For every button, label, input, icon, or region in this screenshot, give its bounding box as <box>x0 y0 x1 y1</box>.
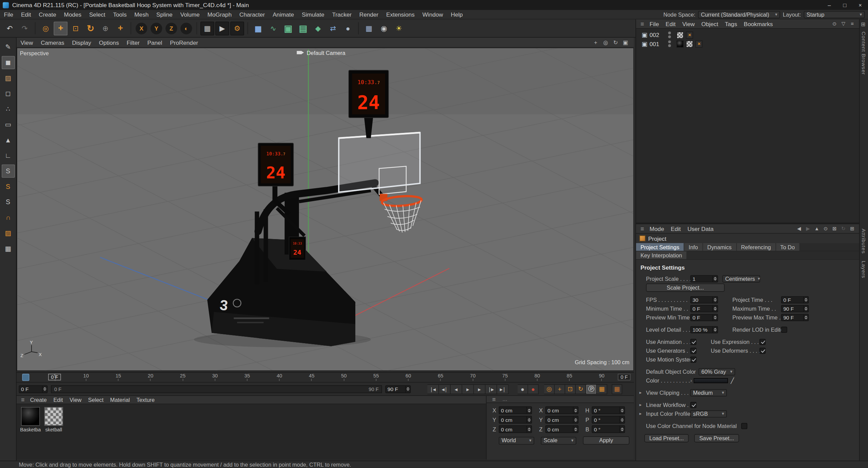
next-key-button[interactable]: |▶ <box>486 384 497 394</box>
preview-max-time-field[interactable]: 90 F <box>781 314 809 321</box>
mograph-cloner-button[interactable]: ◆ <box>311 21 325 35</box>
render-settings-button[interactable]: ⚙ <box>230 21 244 35</box>
material-menu-view[interactable]: View <box>66 396 85 404</box>
viewport-menu-panel[interactable]: Panel <box>143 38 166 47</box>
input-color-profile-dropdown[interactable]: sRGB▾ <box>690 410 727 417</box>
simulate-button[interactable]: ● <box>341 21 355 35</box>
object-menu-edit[interactable]: Edit <box>662 19 679 28</box>
hamburger-icon[interactable]: ≡ <box>638 225 646 232</box>
preview-min-time-field[interactable]: 0 F <box>690 314 718 321</box>
cube-primitive-button[interactable]: ◼ <box>251 21 265 35</box>
layout-dropdown[interactable]: Startup▾ <box>804 11 865 18</box>
prev-key-button[interactable]: ◀| <box>439 384 451 394</box>
menu-modes[interactable]: Modes <box>60 10 85 19</box>
subdivision-surface-button[interactable]: ▣ <box>281 21 295 35</box>
material-menu-material[interactable]: Material <box>107 396 133 404</box>
viewport-menu-display[interactable]: Display <box>68 38 95 47</box>
tab-referencing[interactable]: Referencing <box>736 243 776 251</box>
rotate-view-icon[interactable]: ↻ <box>612 38 619 46</box>
up-icon[interactable]: ▲ <box>813 225 820 232</box>
current-frame-field[interactable]: 0 F <box>618 374 631 381</box>
texture-tag-icon[interactable] <box>677 31 684 38</box>
use-animation-checkbox[interactable] <box>690 338 696 345</box>
spinner-arrows[interactable] <box>405 386 410 392</box>
size-field[interactable]: 0 cm <box>545 416 578 424</box>
material-item[interactable]: Basketba <box>20 407 41 460</box>
use-deformers-checkbox[interactable] <box>760 347 766 353</box>
load-preset-button[interactable]: Load Preset... <box>644 434 689 442</box>
edges-mode-button[interactable]: ▭ <box>1 118 15 131</box>
position-field[interactable]: 0 cm <box>499 416 532 424</box>
visibility-dots[interactable] <box>668 32 671 38</box>
menu-extensions[interactable]: Extensions <box>382 10 419 19</box>
object-row[interactable]: ▣ 001 × <box>636 39 859 48</box>
redo-icon[interactable]: ↷ <box>18 21 32 35</box>
forward-icon[interactable]: ▶ <box>804 225 811 232</box>
dock-grid-icon[interactable]: ⊞ <box>861 21 866 27</box>
rotation-field[interactable]: 0 ° <box>592 425 625 433</box>
size-field[interactable]: 0 cm <box>545 425 578 433</box>
viewport-menu-view[interactable]: View <box>17 38 37 47</box>
scale-project-button[interactable]: Scale Project... <box>646 283 725 291</box>
expander-icon[interactable]: ▸ <box>639 390 646 395</box>
polygons-mode-button[interactable]: ▲ <box>1 133 15 147</box>
filter-icon[interactable]: ▽ <box>840 20 847 27</box>
key-point-level-toggle[interactable]: ▦ <box>597 384 607 394</box>
visibility-dots[interactable] <box>668 40 671 47</box>
scale-tool[interactable]: ⊡ <box>68 21 82 35</box>
menu-tracker[interactable]: Tracker <box>328 10 355 19</box>
camera-object-button[interactable]: ◉ <box>377 21 391 35</box>
maximum-time-field[interactable]: 90 F <box>781 305 809 312</box>
menu-file[interactable]: File <box>0 10 17 19</box>
move-tool[interactable]: + <box>54 21 67 35</box>
viewport-solo-off-button[interactable]: S <box>1 164 15 178</box>
lock-z-axis-button[interactable]: Z <box>165 22 177 34</box>
menu-mesh[interactable]: Mesh <box>131 10 153 19</box>
menu-simulate[interactable]: Simulate <box>298 10 329 19</box>
tab-info[interactable]: Info <box>684 243 703 251</box>
key-scale-toggle[interactable]: ⊡ <box>565 384 576 394</box>
menu-render[interactable]: Render <box>355 10 382 19</box>
position-field[interactable]: 0 cm <box>499 406 532 414</box>
lock-icon[interactable]: ⊠ <box>831 225 838 232</box>
fps-field[interactable]: 30 <box>690 296 718 303</box>
expander-icon[interactable]: ▸ <box>639 402 646 407</box>
attribute-menu-mode[interactable]: Mode <box>646 224 667 233</box>
key-position-toggle[interactable]: + <box>555 384 565 394</box>
render-lod-checkbox[interactable] <box>781 326 787 332</box>
maximize-button[interactable]: □ <box>837 0 853 10</box>
viewport-menu-options[interactable]: Options <box>95 38 123 47</box>
search-icon[interactable]: ⊙ <box>831 20 838 27</box>
history-icon[interactable]: ↻ <box>840 225 847 232</box>
floor-object-button[interactable]: ▦ <box>362 21 376 35</box>
hamburger-icon[interactable]: ≡ <box>490 396 498 403</box>
use-expression-checkbox[interactable] <box>760 338 766 345</box>
timeline-ruler[interactable]: 051015202530354045505560657075808590 0 F… <box>17 372 634 382</box>
enable-snap-button[interactable]: ∩ <box>1 211 15 224</box>
tab-layers[interactable]: Layers <box>861 261 867 278</box>
hamburger-icon[interactable]: ≡ <box>638 20 646 27</box>
menu-animate[interactable]: Animate <box>269 10 298 19</box>
goto-start-button[interactable]: |◀ <box>427 384 439 394</box>
use-motion-system-checkbox[interactable] <box>690 356 696 363</box>
quantize-button[interactable]: ▦ <box>1 242 15 255</box>
apply-button[interactable]: Apply <box>583 436 629 445</box>
material-menu-select[interactable]: Select <box>85 396 107 404</box>
undo-icon[interactable]: ↶ <box>3 21 17 35</box>
color-swatch[interactable] <box>694 378 728 383</box>
zoom-view-icon[interactable]: ◎ <box>602 38 610 46</box>
tab-project-settings[interactable]: Project Settings <box>636 243 684 251</box>
material-menu-edit[interactable]: Edit <box>50 396 66 404</box>
minimum-time-field[interactable]: 0 F <box>690 305 718 312</box>
preview-range-slider[interactable]: 0 F 90 F <box>51 385 382 393</box>
axis-modification-tool[interactable]: + <box>114 21 127 35</box>
menu-volume[interactable]: Volume <box>176 10 203 19</box>
object-list[interactable]: ▣ 002 × ▣ 001 × <box>636 29 859 222</box>
project-time-field[interactable]: 0 F <box>781 296 809 303</box>
rotation-field[interactable]: 0 ° <box>592 416 625 424</box>
lock-x-axis-button[interactable]: X <box>136 22 147 34</box>
tab-key-interpolation[interactable]: Key Interpolation <box>636 251 687 259</box>
material-thumbnail-basketball[interactable] <box>21 407 40 426</box>
array-tool-button[interactable]: ⇄ <box>326 21 340 35</box>
transform-mode-dropdown[interactable]: Scale▾ <box>541 436 576 444</box>
